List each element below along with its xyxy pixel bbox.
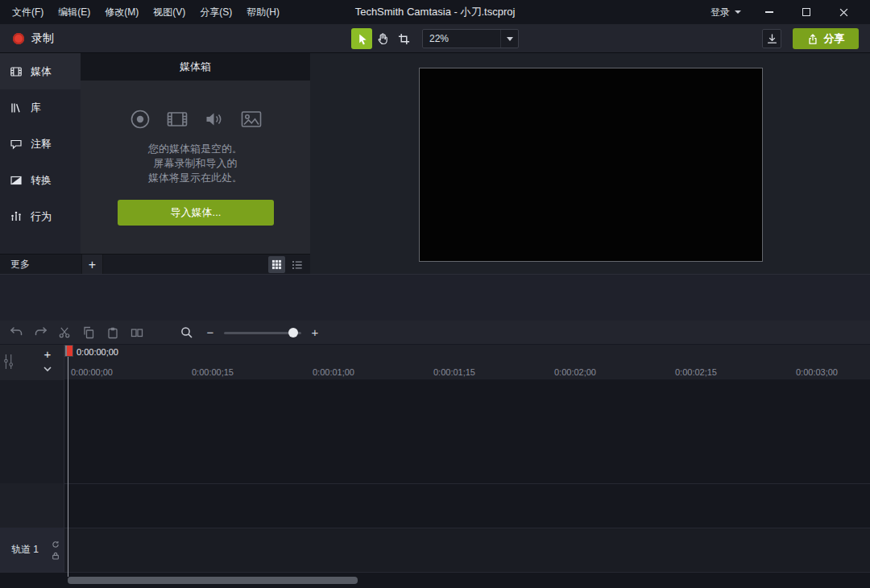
list-view-icon	[292, 259, 303, 271]
chevron-down-icon	[43, 366, 52, 372]
track-separator	[0, 572, 870, 573]
image-icon	[240, 108, 263, 130]
download-button[interactable]	[762, 29, 781, 48]
undo-button[interactable]	[6, 323, 26, 342]
sidebar: 媒体 库 注释 转换 行为	[0, 53, 81, 254]
share-label: 分享	[824, 31, 845, 46]
zoom-fit-button[interactable]	[177, 323, 197, 342]
redo-icon	[34, 326, 48, 338]
crop-icon	[398, 33, 410, 45]
timeline-scrollbar[interactable]	[68, 577, 867, 585]
track-options-icon[interactable]	[2, 352, 15, 375]
crop-tool-button[interactable]	[393, 28, 414, 49]
collapse-tracks-button[interactable]	[40, 362, 55, 375]
library-icon	[10, 101, 23, 114]
media-bin-title: 媒体箱	[180, 60, 211, 74]
title-bar: 文件(F) 编辑(E) 修改(M) 视图(V) 分享(S) 帮助(H) Tech…	[0, 0, 870, 24]
zoom-slider-thumb[interactable]	[288, 328, 298, 337]
menu-view[interactable]: 视图(V)	[146, 0, 193, 24]
paste-icon	[106, 326, 119, 339]
sidebar-item-label: 转换	[31, 173, 52, 188]
ruler-tick-label: 0:00:00;15	[192, 367, 234, 377]
close-icon	[839, 8, 848, 17]
track-separator	[0, 528, 870, 528]
track-header-empty	[0, 483, 64, 528]
menu-edit[interactable]: 编辑(E)	[51, 0, 97, 24]
track-separator	[0, 483, 870, 484]
sidebar-item-label: 行为	[31, 209, 52, 224]
more-button[interactable]: 更多	[0, 258, 30, 271]
record-button[interactable]: 录制	[8, 24, 59, 53]
cursor-icon	[356, 33, 368, 45]
paste-button[interactable]	[103, 323, 122, 342]
sidebar-item-behaviors[interactable]: 行为	[0, 198, 81, 234]
menu-file[interactable]: 文件(F)	[5, 0, 51, 24]
chevron-down-icon	[735, 10, 741, 14]
list-view-button[interactable]	[288, 256, 305, 273]
sidebar-item-library[interactable]: 库	[0, 89, 81, 126]
add-tab-button[interactable]: +	[81, 255, 103, 275]
track-header-1[interactable]: 轨道 1	[0, 528, 64, 572]
ruler-tick-label: 0:00:02;00	[554, 367, 596, 377]
track-lock-icon[interactable]	[52, 552, 60, 560]
media-icon	[10, 65, 23, 78]
menu-help[interactable]: 帮助(H)	[239, 0, 287, 24]
pan-tool-button[interactable]	[372, 28, 393, 49]
timeline-tracks-area[interactable]	[64, 380, 870, 528]
add-track-button[interactable]: +	[40, 346, 55, 361]
track-loop-icon[interactable]	[52, 540, 60, 549]
zoom-in-button[interactable]: +	[309, 325, 321, 339]
sidebar-item-annotations[interactable]: 注释	[0, 126, 81, 162]
zoom-out-button[interactable]: −	[205, 325, 216, 339]
empty-text-line: 屏幕录制和导入的	[81, 156, 310, 171]
cut-button[interactable]	[55, 323, 74, 342]
preview-stage[interactable]	[419, 68, 763, 262]
sidebar-item-label: 媒体	[31, 64, 52, 79]
timeline-toolbar: − +	[0, 321, 870, 345]
sidebar-item-transitions[interactable]: 转换	[0, 162, 81, 198]
playhead[interactable]	[65, 346, 72, 356]
sidebar-item-label: 注释	[31, 137, 52, 151]
hand-icon	[376, 32, 389, 45]
menu-modify[interactable]: 修改(M)	[97, 0, 146, 24]
select-tool-button[interactable]	[351, 28, 372, 49]
scrollbar-thumb[interactable]	[68, 577, 358, 584]
undo-icon	[10, 326, 23, 338]
maximize-button[interactable]	[788, 0, 825, 24]
ruler-tick-label: 0:00:01;00	[313, 367, 354, 377]
view-toggle	[268, 256, 305, 273]
close-button[interactable]	[825, 0, 862, 24]
camtasia-window: 文件(F) 编辑(E) 修改(M) 视图(V) 分享(S) 帮助(H) Tech…	[0, 0, 870, 588]
playhead-time: 0:00:00;00	[77, 347, 118, 357]
copy-button[interactable]	[79, 323, 98, 342]
grid-view-button[interactable]	[268, 256, 285, 273]
copy-icon	[82, 326, 95, 339]
playhead-line	[68, 356, 68, 577]
maximize-icon	[802, 8, 810, 16]
share-button[interactable]: 分享	[793, 28, 859, 49]
import-media-button[interactable]: 导入媒体...	[118, 200, 274, 226]
timeline: 0:00:00;00 0:00:00;15 0:00:01;00 0:00:01…	[0, 345, 870, 588]
login-button[interactable]: 登录	[701, 0, 751, 24]
ruler-tick-label: 0:00:02;15	[675, 367, 717, 377]
sidebar-item-media[interactable]: 媒体	[0, 53, 81, 89]
track-label: 轨道 1	[0, 543, 39, 557]
scissors-icon	[58, 326, 71, 338]
canvas-area	[310, 53, 870, 274]
redo-button[interactable]	[31, 323, 50, 342]
menu-bar: 文件(F) 编辑(E) 修改(M) 视图(V) 分享(S) 帮助(H)	[0, 0, 287, 24]
record-label: 录制	[31, 31, 54, 46]
media-bin-header: 媒体箱	[81, 53, 310, 81]
canvas-zoom-select[interactable]: 22%	[422, 29, 519, 48]
minimize-button[interactable]	[751, 0, 788, 24]
record-circle-icon	[129, 108, 151, 130]
media-bin-empty-icons	[81, 81, 310, 130]
download-icon	[766, 33, 778, 45]
timeline-zoom-slider[interactable]	[224, 328, 301, 337]
playback-bar: 00:00 / 00:00 30 fps 属性	[0, 274, 870, 321]
track-1-lane[interactable]	[64, 528, 870, 572]
menu-share[interactable]: 分享(S)	[193, 0, 239, 24]
split-button[interactable]	[127, 323, 147, 342]
window-title: TechSmith Camtasia - 小刀.tscproj	[355, 5, 516, 19]
canvas-zoom-value: 22%	[423, 33, 500, 44]
